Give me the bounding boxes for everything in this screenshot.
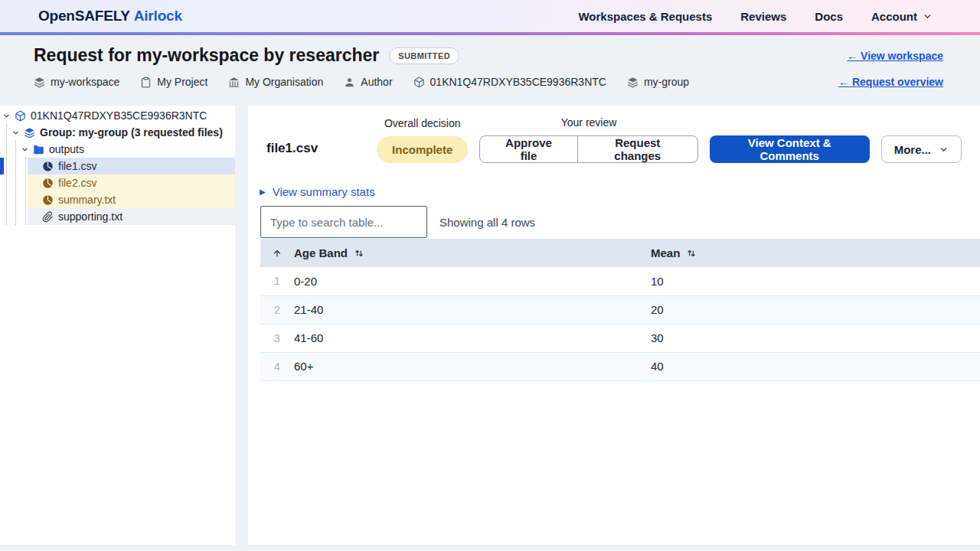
search-input[interactable] — [260, 206, 427, 238]
row-index-cell: 1 — [260, 267, 294, 295]
decision-status-pill: Incomplete — [377, 136, 468, 163]
tree-item-label: 01KN1Q47RDXYB35CE9936R3NTC — [31, 109, 207, 122]
table-row: 341-6030 — [260, 324, 980, 352]
row-index-cell: 4 — [260, 352, 294, 380]
overall-decision-label: Overall decision — [384, 117, 461, 129]
column-header-index[interactable] — [260, 239, 294, 267]
review-button-group: Approve file Request changes — [479, 135, 697, 163]
paperclip-icon — [42, 211, 54, 223]
tree-item-01kn1q47rdxyb35ce9936r3ntc[interactable]: 01KN1Q47RDXYB35CE9936R3NTC — [0, 107, 235, 124]
brand-secondary: Airlock — [134, 8, 182, 24]
chevron-down-icon[interactable] — [11, 129, 20, 137]
nav-item-reviews[interactable]: Reviews — [740, 10, 786, 23]
nav-item-docs[interactable]: Docs — [815, 10, 843, 23]
top-navbar: OpenSAFELYAirlock Workspaces & RequestsR… — [0, 0, 980, 32]
content-gap — [235, 106, 248, 545]
table-body: 10-2010221-4020341-6030460+40 — [260, 267, 980, 380]
data-table: Age BandMean 10-2010221-4020341-6030460+… — [260, 239, 980, 381]
status-badge: SUBMITTED — [389, 47, 459, 64]
meta-item-label: 01KN1Q47RDXYB35CE9936R3NTC — [430, 76, 606, 88]
table-row: 221-4020 — [260, 295, 980, 324]
meta-item-my-group: my-group — [627, 76, 689, 88]
layers-icon — [34, 77, 45, 88]
bottom-strip — [0, 545, 980, 551]
pie-chart-icon — [42, 161, 54, 172]
pie-chart-icon — [42, 194, 54, 206]
mean-cell: 30 — [651, 324, 980, 352]
age-band-cell: 0-20 — [294, 267, 651, 295]
request-meta: my-workspaceMy ProjectMy OrganisationAut… — [34, 76, 689, 88]
nav-item-account[interactable]: Account — [871, 10, 933, 23]
nav-item-label: Account — [871, 10, 917, 23]
meta-item-my-organisation: My Organisation — [228, 76, 323, 88]
mean-cell: 20 — [651, 295, 980, 324]
tree-item-supporting-txt[interactable]: supporting.txt — [0, 208, 235, 225]
tree-item-label: outputs — [49, 143, 84, 155]
package-icon — [413, 77, 425, 88]
view-workspace-link[interactable]: ← View workspace — [847, 50, 943, 62]
sort-icon — [686, 248, 697, 259]
arrow-up-icon — [260, 248, 294, 259]
meta-item-my-project: My Project — [140, 76, 207, 88]
tree-item-group-my-group-3-requested-files[interactable]: Group: my-group (3 requested files) — [0, 124, 235, 141]
file-review-pane: file1.csv Overall decision Incomplete Yo… — [248, 106, 980, 545]
mean-cell: 10 — [651, 267, 980, 295]
folder-icon — [33, 144, 44, 155]
column-header-label: Age Band — [294, 246, 348, 259]
pie-chart-icon — [42, 178, 54, 189]
package-icon — [15, 110, 26, 122]
chevron-down-icon[interactable] — [2, 112, 11, 120]
tree-item-summary-txt[interactable]: summary.txt — [0, 191, 235, 208]
nav-item-label: Workspaces & Requests — [578, 10, 712, 23]
meta-item-01kn1q47rdxyb35ce9936r3ntc: 01KN1Q47RDXYB35CE9936R3NTC — [413, 76, 606, 88]
navbar-links: Workspaces & RequestsReviewsDocsAccount — [578, 10, 933, 23]
file-review-header: file1.csv Overall decision Incomplete Yo… — [248, 106, 980, 163]
chevron-down-icon[interactable] — [21, 145, 29, 154]
column-header-age-band[interactable]: Age Band — [294, 239, 651, 267]
table-controls: Showing all 4 rows — [248, 206, 980, 238]
meta-item-label: my-group — [644, 76, 689, 88]
tree-item-file1-csv[interactable]: file1.csv — [0, 158, 235, 174]
tree-item-file2-csv[interactable]: file2.csv — [0, 174, 235, 191]
view-context-comments-button[interactable]: View Context & Comments — [710, 135, 870, 163]
brand-logo[interactable]: OpenSAFELYAirlock — [38, 8, 182, 24]
nav-item-label: Reviews — [740, 10, 786, 23]
nav-item-workspaces-requests[interactable]: Workspaces & Requests — [578, 10, 712, 23]
tree-item-label: Group: my-group (3 requested files) — [40, 126, 223, 139]
table-row: 10-2010 — [260, 267, 980, 295]
file-title: file1.csv — [266, 141, 318, 163]
view-summary-stats-toggle[interactable]: ▶ View summary stats — [248, 185, 980, 198]
nav-item-label: Docs — [815, 10, 843, 23]
selected-item-bar — [0, 158, 4, 174]
triangle-right-icon: ▶ — [260, 187, 266, 196]
meta-item-my-workspace: my-workspace — [34, 76, 119, 88]
tree-item-outputs[interactable]: outputs — [0, 141, 235, 158]
tree-item-label: summary.txt — [58, 194, 116, 206]
sort-icon — [354, 248, 364, 259]
row-count-text: Showing all 4 rows — [439, 216, 535, 229]
more-button[interactable]: More... — [881, 135, 962, 163]
meta-item-label: Author — [361, 76, 392, 88]
tree-item-label: file2.csv — [58, 177, 97, 189]
summary-toggle-label: View summary stats — [273, 185, 375, 198]
chevron-down-icon — [939, 145, 949, 155]
more-button-label: More... — [894, 143, 931, 156]
column-header-mean[interactable]: Mean — [651, 239, 980, 267]
overall-decision-group: Overall decision Incomplete — [377, 117, 468, 163]
column-header-label: Mean — [651, 246, 680, 259]
meta-item-author: Author — [344, 76, 392, 88]
your-review-label: Your review — [561, 116, 617, 129]
tree-item-label: file1.csv — [58, 160, 97, 172]
meta-item-label: My Project — [157, 76, 207, 88]
user-icon — [344, 77, 355, 88]
meta-item-label: My Organisation — [245, 76, 323, 88]
approve-file-button[interactable]: Approve file — [480, 136, 577, 162]
table-row: 460+40 — [260, 352, 980, 380]
row-index-cell: 3 — [260, 324, 294, 352]
mean-cell: 40 — [651, 352, 980, 380]
layers-icon — [24, 127, 35, 139]
your-review-group: Your review Approve file Request changes — [479, 116, 697, 163]
request-changes-button[interactable]: Request changes — [577, 136, 697, 162]
tree-item-label: supporting.txt — [58, 210, 122, 223]
request-overview-link[interactable]: ← Request overview — [838, 76, 943, 88]
